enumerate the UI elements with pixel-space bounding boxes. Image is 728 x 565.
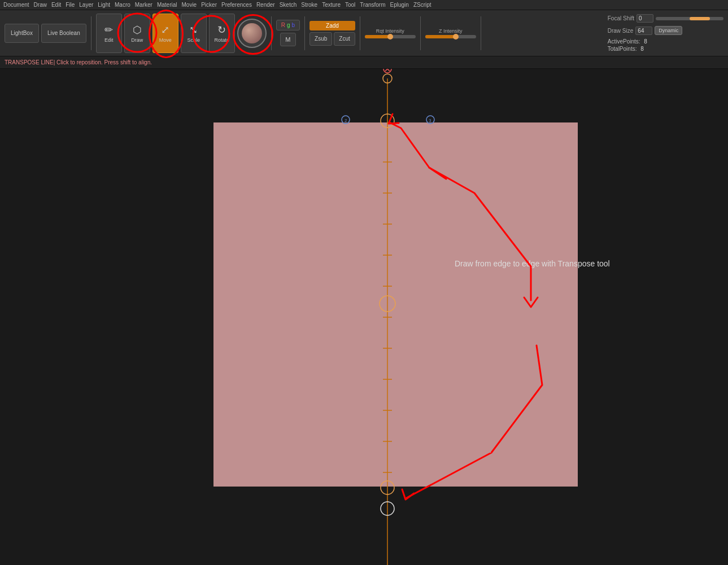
focal-shift-input[interactable] bbox=[637, 14, 653, 23]
rgb-button[interactable]: Rgb bbox=[276, 20, 300, 30]
svg-point-13 bbox=[383, 69, 391, 73]
menu-marker[interactable]: Marker bbox=[135, 2, 152, 8]
status-bar: TRANSPOSE LINE| Click to reposition. Pre… bbox=[0, 56, 728, 69]
menu-edit[interactable]: Edit bbox=[51, 2, 61, 8]
right-info: Focal Shift Draw Size Dynamic ActivePoin… bbox=[608, 14, 723, 52]
menu-movie[interactable]: Movie bbox=[181, 2, 197, 8]
menu-file[interactable]: File bbox=[66, 2, 75, 8]
z-intensity-thumb bbox=[453, 34, 459, 40]
active-points-value: 8 bbox=[644, 38, 647, 45]
menu-bar: Document Draw Edit File Layer Light Macr… bbox=[0, 0, 728, 10]
b-label: b bbox=[292, 22, 295, 28]
svg-line-14 bbox=[385, 69, 390, 71]
z-intensity-group: Z Intensity bbox=[425, 28, 476, 38]
menu-light[interactable]: Light bbox=[98, 2, 110, 8]
zsub-button[interactable]: Zsub bbox=[309, 32, 332, 46]
edit-label: Edit bbox=[104, 37, 114, 43]
move-icon: ⤢ bbox=[161, 24, 169, 36]
zadd-button[interactable]: Zadd bbox=[309, 21, 355, 30]
rotate-label: Rotate bbox=[214, 37, 229, 43]
total-points-label: TotalPoints: bbox=[608, 46, 637, 52]
points-info: ActivePoints: 8 TotalPoints: 8 bbox=[608, 38, 723, 52]
rqt-intensity-fill bbox=[365, 35, 390, 38]
total-points-value: 8 bbox=[640, 46, 644, 52]
rqt-intensity-thumb bbox=[387, 34, 393, 40]
menu-document[interactable]: Document bbox=[3, 2, 29, 8]
rqt-intensity-track[interactable] bbox=[365, 35, 416, 38]
scale-icon: ⤡ bbox=[189, 24, 198, 36]
menu-material[interactable]: Material bbox=[157, 2, 177, 8]
focal-shift-row: Focal Shift bbox=[608, 14, 723, 23]
scale-label: Scale bbox=[187, 37, 200, 43]
menu-layer[interactable]: Layer bbox=[79, 2, 93, 8]
status-text: TRANSPOSE LINE| Click to reposition. Pre… bbox=[5, 59, 152, 65]
menu-texture[interactable]: Texture bbox=[322, 2, 341, 8]
total-points-row: TotalPoints: 8 bbox=[608, 46, 723, 52]
focal-shift-fill bbox=[690, 17, 710, 20]
lightbox-button[interactable]: LightBox bbox=[5, 24, 39, 43]
menu-tool[interactable]: Tool bbox=[345, 2, 355, 8]
menu-picker[interactable]: Picker bbox=[201, 2, 217, 8]
svg-point-23 bbox=[381, 502, 394, 515]
edit-button[interactable]: ✏ Edit bbox=[96, 14, 122, 53]
menu-zscript[interactable]: ZScript bbox=[413, 2, 431, 8]
divider-2 bbox=[271, 16, 272, 50]
draw-label: Draw bbox=[131, 37, 143, 43]
menu-sketch[interactable]: Sketch bbox=[280, 2, 297, 8]
z-intensity-track[interactable] bbox=[425, 35, 476, 38]
divider-3 bbox=[304, 16, 305, 50]
material-sphere-icon bbox=[242, 23, 262, 43]
divider-4 bbox=[360, 16, 360, 50]
scale-button[interactable]: ⤡ Scale bbox=[181, 14, 207, 53]
menu-render[interactable]: Render bbox=[256, 2, 275, 8]
active-points-label: ActivePoints: bbox=[608, 38, 640, 45]
menu-macro[interactable]: Macro bbox=[115, 2, 130, 8]
toolbar: LightBox Live Boolean ✏ Edit ⬡ Draw ⤢ Mo… bbox=[0, 10, 728, 56]
dynamic-button[interactable]: Dynamic bbox=[655, 26, 682, 35]
divider-6 bbox=[481, 16, 481, 50]
z-buttons: Zadd Zsub Zcut bbox=[309, 21, 355, 46]
model-viewport[interactable] bbox=[213, 122, 578, 487]
focal-shift-slider[interactable] bbox=[656, 17, 723, 20]
canvas-area[interactable]: 2 3 Draw from edge to edge with Transpos… bbox=[0, 69, 728, 565]
draw-button[interactable]: ⬡ Draw bbox=[124, 14, 150, 53]
z-row: Zsub Zcut bbox=[309, 32, 355, 46]
menu-stroke[interactable]: Stroke bbox=[301, 2, 317, 8]
divider-5 bbox=[420, 16, 421, 50]
g-label: g bbox=[287, 22, 290, 28]
move-button[interactable]: ⤢ Move bbox=[152, 14, 178, 53]
active-points-row: ActivePoints: 8 bbox=[608, 38, 723, 45]
svg-line-15 bbox=[385, 69, 390, 71]
draw-size-input[interactable] bbox=[635, 27, 652, 35]
zcut-button[interactable]: Zcut bbox=[334, 32, 355, 46]
svg-point-12 bbox=[383, 74, 392, 83]
divider-1 bbox=[91, 16, 91, 50]
draw-size-label: Draw Size bbox=[608, 28, 634, 34]
draw-size-row: Draw Size Dynamic bbox=[608, 26, 723, 35]
rgb-area: Rgb M bbox=[276, 20, 300, 46]
draw-icon: ⬡ bbox=[133, 24, 142, 36]
move-label: Move bbox=[159, 37, 172, 43]
edit-icon: ✏ bbox=[104, 24, 113, 36]
menu-eplugin[interactable]: Eplugin bbox=[390, 2, 409, 8]
rqt-intensity-group: Rqt Intensity bbox=[365, 28, 416, 38]
material-button[interactable] bbox=[237, 19, 267, 48]
z-intensity-label: Z Intensity bbox=[439, 28, 463, 34]
rqt-intensity-label: Rqt Intensity bbox=[376, 28, 404, 34]
rotate-icon: ↻ bbox=[217, 24, 226, 36]
menu-draw[interactable]: Draw bbox=[34, 2, 47, 8]
focal-shift-label: Focal Shift bbox=[608, 15, 634, 21]
r-label: R bbox=[281, 22, 285, 28]
m-button[interactable]: M bbox=[280, 33, 295, 46]
z-intensity-fill bbox=[425, 35, 456, 38]
live-boolean-button[interactable]: Live Boolean bbox=[41, 24, 86, 43]
rotate-button[interactable]: ↻ Rotate bbox=[209, 14, 235, 53]
menu-transform[interactable]: Transform bbox=[360, 2, 385, 8]
menu-preferences[interactable]: Preferences bbox=[221, 2, 252, 8]
